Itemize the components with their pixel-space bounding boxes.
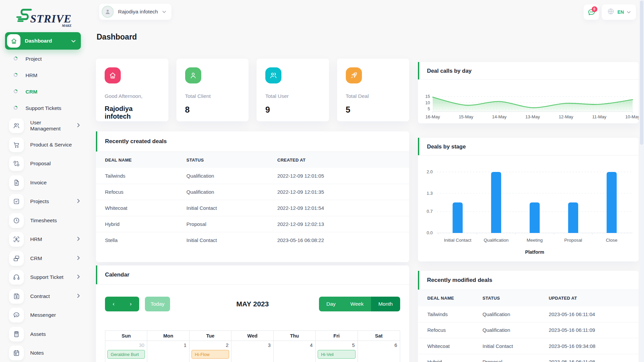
sidebar-item-label: HRM [30,236,42,242]
messages-button[interactable]: 0 [584,4,599,20]
calendar-day-header: Fri [316,331,358,341]
next-month-button[interactable]: › [122,297,139,311]
logo-s-icon [16,7,32,24]
sidebar-item-proposal[interactable]: Proposal [0,154,89,173]
panel-header: Deal calls by day [418,62,639,80]
created-deal-row[interactable]: TailwindsQualification2022-12-09 12:01:0… [96,168,409,184]
panel-header: Calendar [96,265,409,285]
sidebar-item-invoice[interactable]: Invoice [0,173,89,192]
sidebar-item-notes[interactable]: Notes [0,344,89,362]
sidebar-item-label: CRM [30,255,42,261]
svg-text:13-May: 13-May [525,114,540,119]
sidebar-item-hrm[interactable]: HRM [0,230,89,249]
calendar-day-cell[interactable]: 4 [274,341,316,362]
sidebar-item-crm[interactable]: CRM [0,249,89,268]
svg-text:12-May: 12-May [559,114,574,119]
stat-card-value: 8 [185,105,240,115]
calendar-day-cell[interactable]: 6 [358,341,400,362]
modified-deal-row[interactable]: RefocusQualification2023-05-16 06:11:09 [418,322,639,338]
svg-text:10-May: 10-May [625,114,639,119]
sidebar-item-support-ticket[interactable]: Support Ticket [0,268,89,287]
created-deal-row[interactable]: RefocusQualification2022-12-09 12:01:35 [96,184,409,200]
view-month-button[interactable]: Month [371,297,400,311]
sidebar-item-messenger[interactable]: Messenger [0,306,89,325]
recently-created-deals-table: DEAL NAMESTATUSCREATED AT TailwindsQuali… [96,152,409,248]
accent-bar [96,131,97,152]
panel-title: Deals by stage [427,143,466,150]
view-week-button[interactable]: Week [343,297,371,311]
calendar-event[interactable]: Hi-Veil [318,350,355,359]
svg-text:5: 5 [428,107,430,111]
created-deal-row[interactable]: HybridProposal2022-12-09 12:02:13 [96,216,409,232]
calendar-event[interactable]: Geraldine Burt [107,350,145,359]
chevron-right-icon [77,255,80,261]
sidebar-item-contract[interactable]: Contract [0,287,89,306]
calendar-day-cell[interactable]: 30 Geraldine Burt [105,341,147,362]
home-icon [7,34,20,48]
svg-text:11-May: 11-May [592,114,606,119]
panel-header: Deals by stage [418,138,639,156]
chevron-down-icon [627,11,631,13]
company-selector[interactable]: Rajodiya infotech [99,4,171,20]
language-selector[interactable]: EN [602,4,636,20]
svg-text:Initial Contact: Initial Contact [444,238,472,243]
deals-by-stage-bar-chart: 2.01.30.70.0Initial ContactQualification… [418,156,639,262]
stat-card-total-client: Total Client 8 [176,59,249,121]
created-deal-column-header: CREATED AT [268,152,409,168]
svg-text:Platform: Platform [525,249,544,255]
modified-deal-row[interactable]: TailwindsQualification2023-05-16 06:11:0… [418,306,639,322]
users-icon [265,67,281,83]
notification-badge: 0 [592,6,597,12]
headset-icon [9,270,24,285]
sidebar-item-assets[interactable]: Assets [0,325,89,344]
bar-proposal [568,202,578,233]
bar-meeting [530,202,540,233]
calendar-day-cell[interactable]: 5 Hi-Veil [316,341,358,362]
calendar-day-header: Tue [190,331,231,341]
language-label: EN [618,9,624,15]
logo-text: STRIVE [30,13,71,25]
created-deal-row[interactable]: StellaInitial Contact2023-05-16 06:08:22 [96,232,409,248]
sidebar-item-hrm[interactable]: HRM [0,67,89,83]
sidebar-item-label: Contract [30,293,50,299]
recently-created-deals-panel: Recently created deals DEAL NAMESTATUSCR… [96,131,409,262]
sidebar-item-projects[interactable]: Projects [0,192,89,211]
modified-deal-row[interactable]: HybridProposal2023-05-16 06:11:08 [418,354,639,362]
sidebar-item-user-management[interactable]: User Management [0,116,89,135]
modified-deal-row[interactable]: WhitecoatInitial Contact2023-05-16 09:34… [418,338,639,354]
calendar-day-cell[interactable]: 3 [231,341,273,362]
accent-bar [418,62,419,79]
app-root: STRIVE MAKE Dashboard Project HRM CRM Su… [0,0,644,362]
modified-deal-column-header: UPDATED AT [539,290,639,306]
calendar-day-cell[interactable]: 2 Hi-Flow [190,341,231,362]
brand-logo[interactable]: STRIVE MAKE [16,7,71,24]
sidebar-item-support-tickets[interactable]: Support Tickets [0,100,89,116]
logo-subtext: MAKE [62,24,71,27]
scrollbar-thumb[interactable] [640,1,643,145]
svg-text:16-May: 16-May [425,114,440,119]
sidebar-item-dashboard[interactable]: Dashboard [5,32,81,50]
calendar-day-cell[interactable]: 1 [147,341,189,362]
bar-initial-contact [452,202,463,233]
svg-text:Close: Close [606,238,618,243]
created-deal-row[interactable]: WhitecoatInitial Contact2022-12-09 12:01… [96,200,409,216]
sidebar-item-project[interactable]: Project [0,51,89,67]
modified-deal-column-header: STATUS [473,290,539,306]
view-day-button[interactable]: Day [319,297,343,311]
svg-text:Qualification: Qualification [484,238,508,243]
sidebar-item-label: User Management [30,120,71,132]
calendar-day-number: 4 [276,342,313,348]
sidebar-item-timesheets[interactable]: Timesheets [0,211,89,230]
task-icon [9,194,24,209]
sidebar-item-product-service[interactable]: Product & Service [0,135,89,155]
sidebar-item-label: Messenger [30,312,56,318]
prev-month-button[interactable]: ‹ [105,297,122,311]
calendar-grid: SunMonTueWedThuFriSat 30 Geraldine Burt … [105,330,400,362]
calendar-event[interactable]: Hi-Flow [192,350,229,359]
calendar-month-title: MAY 2023 [236,300,269,308]
svg-text:15: 15 [425,94,430,99]
today-button[interactable]: Today [145,297,170,311]
scrollbar[interactable] [639,0,644,362]
stat-card-label: Total Deal [346,93,401,99]
sidebar-item-crm[interactable]: CRM [0,83,89,100]
